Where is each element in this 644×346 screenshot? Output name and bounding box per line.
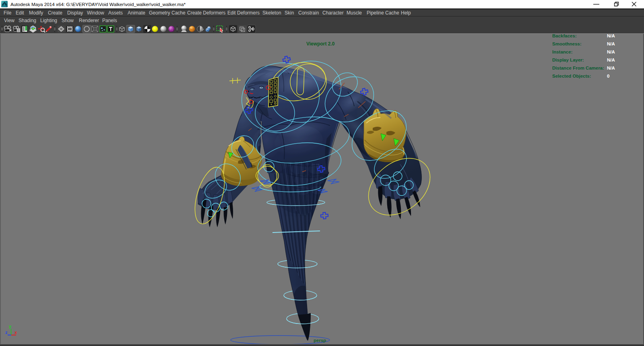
svg-text:y: y xyxy=(9,324,12,329)
svg-text:z: z xyxy=(5,330,8,335)
svg-text:x: x xyxy=(14,330,17,335)
